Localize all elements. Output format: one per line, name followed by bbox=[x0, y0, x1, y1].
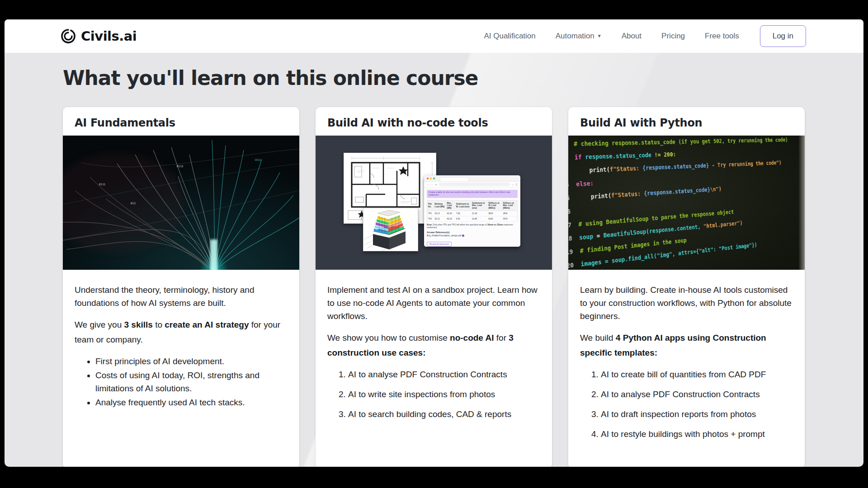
list-item: AI to analyse PDF Construction Contracts bbox=[601, 388, 793, 401]
reference-file: Burj_Khalifa-Foundation_design.pdf bbox=[427, 235, 518, 237]
close-window-icon bbox=[427, 178, 429, 179]
svg-text:0111: 0111 bbox=[99, 183, 106, 186]
menu-icon: ☰ bbox=[515, 183, 518, 186]
answer-references-label: Answer Reference(s): bbox=[427, 231, 518, 234]
skills-list: First principles of AI development. Cost… bbox=[75, 355, 288, 409]
bim-model-sheet bbox=[363, 208, 418, 251]
browser-viewport: Civils.ai AI Qualification Automation▼ A… bbox=[5, 19, 863, 467]
table-row: TP1 30.13 60.26 7.89 21.26 3819 2834 bbox=[427, 211, 518, 216]
reload-icon: ⟳ bbox=[435, 183, 437, 186]
list-item: AI to create bill of quantities from CAD… bbox=[601, 368, 793, 381]
list-item: First principles of AI development. bbox=[95, 355, 288, 368]
list-item: AI to search building codes, CAD & repor… bbox=[348, 408, 540, 421]
card-title: Build AI with Python bbox=[580, 117, 793, 129]
ai-app-browser-mockup: ← → ⟳ ☆ ☰ Create a table for pile test r… bbox=[424, 175, 520, 247]
main-content: What you'll learn on this online course … bbox=[5, 65, 863, 467]
list-item: Costs of using AI today, ROI, strengths … bbox=[95, 369, 288, 395]
pdf-badge-icon bbox=[462, 235, 464, 237]
list-item: Analyse frequently used AI tech stacks. bbox=[95, 396, 288, 409]
brand-logo[interactable]: Civils.ai bbox=[60, 28, 137, 44]
card-paragraph: Understand the theory, terminology, hist… bbox=[75, 283, 288, 310]
nav-links: AI Qualification Automation▼ About Prici… bbox=[484, 32, 739, 41]
card-paragraph: We give you 3 skills to create an AI str… bbox=[75, 317, 288, 347]
star-icon: ☆ bbox=[511, 183, 514, 186]
card-ai-fundamentals: AI Fundamentals bbox=[63, 107, 299, 467]
card-paragraph: Learn by building. Create in-house AI to… bbox=[580, 283, 793, 323]
list-item: AI to write site inspections from photos bbox=[348, 388, 540, 401]
civils-swirl-icon bbox=[60, 28, 76, 44]
chevron-down-icon: ▼ bbox=[597, 33, 602, 38]
nav-item-automation[interactable]: Automation▼ bbox=[556, 32, 602, 41]
card-no-code-tools: Build AI with no-code tools bbox=[316, 107, 552, 467]
maximize-window-icon bbox=[433, 178, 435, 179]
python-apps-list: AI to create bill of quantities from CAD… bbox=[580, 368, 793, 441]
pile-results-table: Pile No. Working Load (MN) Max. Load (MN… bbox=[427, 200, 518, 222]
brand-name: Civils.ai bbox=[81, 28, 137, 44]
answer-note: Note: Only piles TP1 and TP2 fall within… bbox=[427, 224, 518, 230]
reveal-references-button: Reveal all references bbox=[427, 242, 452, 247]
no-code-collage-image: ← → ⟳ ☆ ☰ Create a table for pile test r… bbox=[316, 136, 552, 270]
course-cards: AI Fundamentals bbox=[63, 107, 863, 467]
nav-item-free-tools[interactable]: Free tools bbox=[705, 32, 739, 41]
nav-item-about[interactable]: About bbox=[622, 32, 642, 41]
list-item: AI to analyse PDF Construction Contracts bbox=[348, 368, 540, 381]
card-paragraph: We show you how to customise no-code AI … bbox=[327, 330, 540, 360]
back-icon: ← bbox=[427, 183, 429, 186]
table-row: TP2 30.13 60.26 5.55 16.85 5429 3576 bbox=[427, 216, 518, 221]
svg-text:0113: 0113 bbox=[177, 164, 184, 168]
list-item: AI to restyle buildings with photos + pr… bbox=[601, 427, 793, 441]
card-paragraph: Implement and test AI on a sandbox proje… bbox=[327, 283, 540, 323]
python-code-image: 10nse = requests.get(url) # load from th… bbox=[568, 136, 805, 270]
card-title: Build AI with no-code tools bbox=[327, 117, 540, 129]
list-item: AI to draft inspection reports from phot… bbox=[601, 408, 793, 421]
svg-text:013: 013 bbox=[131, 202, 136, 205]
page-title: What you'll learn on this online course bbox=[63, 65, 863, 92]
use-cases-list: AI to analyse PDF Construction Contracts… bbox=[327, 368, 540, 421]
navbar: Civils.ai AI Qualification Automation▼ A… bbox=[5, 19, 863, 53]
forward-icon: → bbox=[431, 183, 434, 186]
browser-tab bbox=[440, 177, 469, 181]
nav-item-ai-qualification[interactable]: AI Qualification bbox=[484, 32, 535, 41]
svg-text:1011: 1011 bbox=[255, 158, 261, 161]
card-paragraph: We build 4 Python AI apps using Construc… bbox=[580, 330, 793, 360]
login-button[interactable]: Log in bbox=[760, 25, 806, 47]
nav-item-pricing[interactable]: Pricing bbox=[661, 32, 685, 41]
card-title: AI Fundamentals bbox=[75, 117, 288, 129]
minimize-window-icon bbox=[430, 178, 432, 179]
card-python: Build AI with Python 10nse = requests.ge… bbox=[568, 107, 805, 467]
url-bar bbox=[439, 183, 510, 186]
ai-strands-image: 0111 0113 1011 013 bbox=[63, 136, 299, 270]
prompt-bar: Create a table for pile test results inc… bbox=[427, 190, 518, 198]
